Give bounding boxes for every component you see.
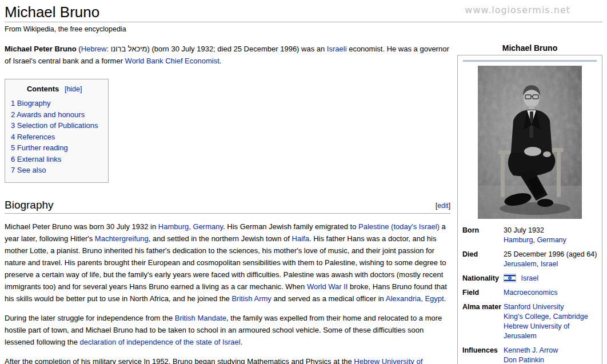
- text-run: (: [77, 45, 81, 53]
- toc-item[interactable]: 3 Selection of Publications: [11, 121, 98, 130]
- wiki-link[interactable]: Israeli: [327, 45, 347, 53]
- infobox-box: Born30 July 1932Hamburg, GermanyDied25 D…: [457, 55, 602, 364]
- toc-item[interactable]: 5 Further reading: [11, 143, 68, 152]
- text-run: .: [444, 294, 446, 303]
- text-run: .: [241, 338, 243, 346]
- infobox-row-label: Born: [462, 226, 504, 245]
- wiki-link[interactable]: British Mandate: [175, 314, 226, 322]
- watermark: www.logiosermis.net: [465, 5, 570, 15]
- wiki-link[interactable]: Kenneth J. Arrow: [504, 346, 558, 354]
- wiki-link[interactable]: British Army: [231, 294, 271, 303]
- infobox-value-line: Jerusalem, Israel: [504, 259, 597, 269]
- wiki-link[interactable]: Stanford University: [504, 303, 564, 311]
- edit-section: [edit]: [436, 202, 450, 210]
- wiki-link[interactable]: Don Patinkin: [504, 356, 544, 364]
- text-run: During the later struggle for independen…: [5, 314, 175, 322]
- infobox-rows: Born30 July 1932Hamburg, GermanyDied25 D…: [461, 223, 598, 364]
- text-run: After the completion of his military ser…: [5, 357, 354, 364]
- infobox-row: Died25 December 1996 (aged 64)Jerusalem,…: [461, 247, 598, 271]
- toc-item[interactable]: 6 External links: [11, 155, 61, 163]
- wiki-link[interactable]: Machtergreifung: [95, 234, 149, 243]
- wiki-link[interactable]: Jerusalem: [504, 260, 537, 268]
- wiki-link[interactable]: Hamburg, Germany: [158, 222, 223, 231]
- text-run: . His German Jewish family emigrated to: [223, 222, 358, 231]
- infobox-row-value: 30 July 1932Hamburg, Germany: [504, 226, 597, 245]
- site-tagline: From Wikipedia, the free encyclopedia: [5, 25, 602, 33]
- infobox-row-label: Nationality: [462, 274, 504, 283]
- infobox-value-line: Stanford University: [504, 302, 597, 312]
- infobox-value-line: Hamburg, Germany: [504, 235, 597, 245]
- wiki-link[interactable]: Hamburg: [504, 236, 533, 244]
- toc-item[interactable]: 1 Biography: [11, 99, 50, 107]
- text-run: .: [219, 57, 222, 65]
- toc-hide-toggle[interactable]: [hide]: [65, 85, 82, 93]
- wiki-link[interactable]: declaration of independence of the state…: [80, 338, 241, 346]
- toc-header: Contents [hide]: [11, 85, 98, 93]
- infobox-row: Nationality Israel: [461, 271, 598, 286]
- toc-entry: 4 References: [11, 131, 98, 143]
- toc-entry: 3 Selection of Publications: [11, 120, 98, 131]
- toc-entry: 5 Further reading: [11, 142, 98, 154]
- wiki-link[interactable]: Macroeconomics: [504, 289, 557, 297]
- infobox-row-value: Israel: [504, 274, 597, 283]
- infobox-row-value: Kenneth J. ArrowDon Patinkin: [504, 346, 597, 364]
- toc-entry: 6 External links: [11, 154, 98, 165]
- infobox-value-line: 30 July 1932: [504, 226, 597, 235]
- wikipedia-article-page: www.logiosermis.net Michael Bruno From W…: [0, 0, 607, 364]
- text-run: 30 July 1932: [504, 226, 544, 234]
- infobox-row-value: 25 December 1996 (aged 64)Jerusalem, Isr…: [504, 250, 597, 269]
- text-run: , and settled in the northern Jewish tow…: [149, 234, 292, 243]
- infobox-value-line: Kenneth J. Arrow: [504, 346, 597, 355]
- wiki-link[interactable]: Hebrew University of Jerusalem: [504, 322, 569, 340]
- infobox-row-value: Stanford UniversityKing's College, Cambr…: [504, 302, 597, 341]
- israel-flag-icon: [504, 274, 516, 282]
- portrait-photo: [478, 66, 582, 219]
- toc-item[interactable]: 7 See also: [11, 166, 46, 174]
- wiki-link[interactable]: Germany: [537, 236, 566, 244]
- toc-list: 1 Biography2 Awards and honours3 Selecti…: [11, 98, 98, 176]
- infobox-row: Alma materStanford UniversityKing's Coll…: [461, 300, 598, 343]
- infobox-value-line: Israel: [504, 274, 597, 283]
- wiki-link[interactable]: Israel: [541, 260, 558, 268]
- table-of-contents: Contents [hide] 1 Biography2 Awards and …: [5, 79, 109, 183]
- infobox-value-line: Hebrew University of Jerusalem: [504, 322, 597, 341]
- text-run: and served as a medical officer in: [271, 294, 386, 303]
- infobox-accent-bar: [463, 60, 597, 62]
- wiki-link[interactable]: King's College, Cambridge: [504, 313, 588, 321]
- wiki-link[interactable]: Hebrew: [81, 45, 107, 53]
- wiki-link[interactable]: World Bank Chief Economist: [125, 57, 219, 65]
- text-run: ,: [537, 260, 541, 268]
- biography-heading-text: Biography: [5, 199, 54, 211]
- infobox-row-label: Influences: [462, 346, 504, 364]
- toc-item[interactable]: 2 Awards and honours: [11, 110, 85, 119]
- toc-entry: 2 Awards and honours: [11, 109, 98, 121]
- infobox-value-line: Don Patinkin: [504, 355, 597, 364]
- edit-bracket-close: ]: [449, 202, 450, 210]
- text-run: : מיכאל ברונו‎) (born 30 July 1932; died…: [106, 45, 326, 53]
- infobox-row-label: Died: [462, 250, 504, 269]
- infobox-row-value: Macroeconomics: [504, 288, 597, 298]
- biography-heading: [edit] Biography: [5, 199, 450, 214]
- text-run: Michael Peter Bruno was born 30 July 193…: [5, 222, 158, 231]
- toc-title: Contents: [27, 85, 59, 93]
- wiki-link[interactable]: Haifa: [292, 234, 309, 243]
- wiki-link[interactable]: Israel: [521, 274, 538, 282]
- infobox-row: FieldMacroeconomics: [461, 286, 598, 300]
- infobox-value-line: 25 December 1996 (aged 64): [504, 250, 597, 259]
- toc-entry: 7 See also: [11, 165, 98, 176]
- toc-entry: 1 Biography: [11, 98, 98, 109]
- infobox: Michael Bruno: [457, 43, 602, 364]
- article-content: Michael Bruno: [5, 43, 602, 364]
- toc-item[interactable]: 4 References: [11, 133, 55, 141]
- bold-text: Michael Peter Bruno: [5, 45, 77, 53]
- text-run: 25 December 1996 (aged 64): [504, 250, 597, 258]
- wiki-link[interactable]: Alexandria, Egypt: [386, 294, 444, 303]
- infobox-row: Born30 July 1932Hamburg, Germany: [461, 223, 598, 247]
- wiki-link[interactable]: World War II: [307, 282, 348, 291]
- infobox-value-line: Macroeconomics: [504, 288, 597, 298]
- infobox-row-label: Field: [462, 288, 504, 298]
- infobox-row: InfluencesKenneth J. ArrowDon Patinkin: [461, 343, 598, 364]
- edit-link[interactable]: edit: [437, 202, 448, 210]
- infobox-row-label: Alma mater: [462, 302, 504, 341]
- wiki-link[interactable]: Palestine (today's Israel): [358, 222, 440, 231]
